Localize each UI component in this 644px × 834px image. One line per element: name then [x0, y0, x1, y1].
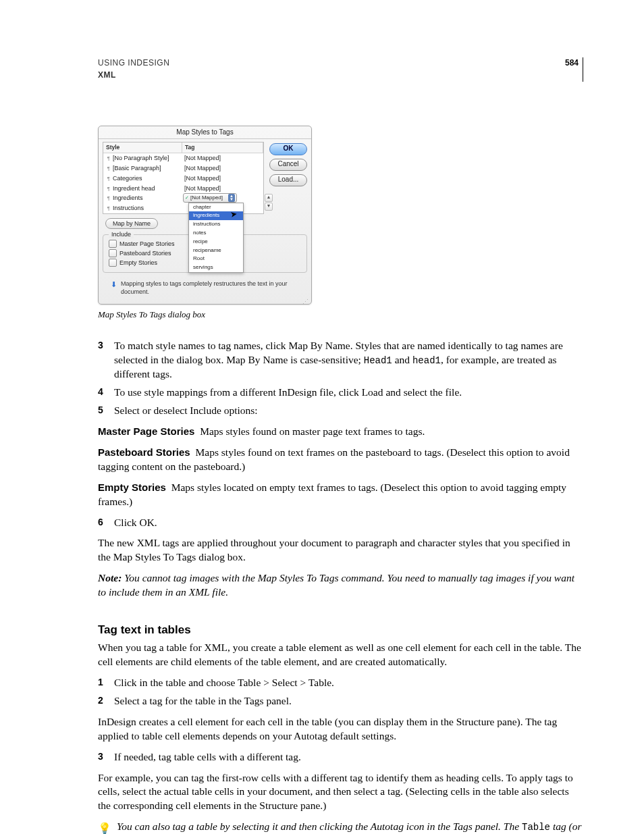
- figure-caption: Map Styles To Tags dialog box: [98, 309, 583, 321]
- style-name: Ingredients: [113, 194, 143, 201]
- page-number: 584: [552, 57, 583, 82]
- step-number: 5: [98, 404, 106, 418]
- note: Note: You cannot tag images with the Map…: [98, 571, 583, 600]
- style-name: Categories: [113, 175, 142, 182]
- def-master-page: Master Page Stories Maps styles found on…: [98, 425, 583, 439]
- dialog-title: Map Styles to Tags: [99, 126, 311, 139]
- body-text: When you tag a table for XML, you create…: [98, 641, 583, 669]
- col-tag: Tag: [182, 142, 263, 153]
- scroll-stepper[interactable]: ▲ ▼: [265, 194, 273, 211]
- step-number: 3: [98, 750, 106, 764]
- body-text: For example, you can tag the first-row c…: [98, 771, 583, 814]
- tag-dropdown[interactable]: ✓[Not Mapped] ▲▼: [183, 193, 237, 203]
- resize-grip-icon[interactable]: ⋰: [99, 300, 311, 304]
- paragraph-icon: ¶: [106, 205, 111, 213]
- include-label: Include: [109, 230, 134, 238]
- step-text: Select a tag for the table in the Tags p…: [114, 694, 583, 708]
- step-number: 2: [98, 694, 106, 708]
- dd-item[interactable]: Root: [189, 255, 243, 263]
- running-head-title: USING INDESIGN: [98, 57, 169, 68]
- body-text: The new XML tags are applied throughout …: [98, 536, 583, 565]
- body-text: InDesign creates a cell element for each…: [98, 715, 583, 744]
- step-text: Click OK.: [114, 516, 583, 530]
- def-empty: Empty Stories Maps styles located on emp…: [98, 481, 583, 509]
- paragraph-icon: ¶: [106, 176, 111, 183]
- cancel-button[interactable]: Cancel: [269, 159, 307, 171]
- step-number: 6: [98, 516, 106, 530]
- tip: 💡 You can also tag a table by selecting …: [98, 820, 583, 834]
- load-button[interactable]: Load...: [269, 174, 307, 186]
- step-text: To match style names to tag names, click…: [114, 339, 583, 382]
- style-name: [No Paragraph Style]: [113, 155, 169, 161]
- lightbulb-icon: 💡: [98, 820, 111, 834]
- paragraph-icon: ¶: [106, 195, 111, 203]
- dd-item[interactable]: servings: [189, 263, 243, 272]
- step-number: 1: [98, 676, 106, 690]
- style-tag-table[interactable]: Style Tag ¶[No Paragraph Style][Not Mapp…: [103, 142, 264, 214]
- map-by-name-button[interactable]: Map by Name: [105, 218, 158, 229]
- style-name: Instructions: [113, 205, 144, 211]
- section-heading: Tag text in tables: [98, 623, 583, 638]
- chevron-up-icon[interactable]: ▲: [265, 194, 273, 202]
- info-icon: ⬇: [111, 280, 117, 290]
- checkbox-icon: [109, 249, 117, 257]
- paragraph-icon: ¶: [106, 186, 111, 193]
- paragraph-icon: ¶: [106, 155, 111, 163]
- step-text: To use style mappings from a different I…: [114, 386, 583, 400]
- stepper-icon: ▲▼: [228, 194, 235, 202]
- step-text: Select or deselect Include options:: [114, 404, 583, 418]
- ok-button[interactable]: OK: [269, 143, 307, 155]
- step-text: If needed, tag table cells with a differ…: [114, 750, 583, 764]
- info-text: Mapping styles to tags completely restru…: [121, 280, 307, 296]
- tag-value[interactable]: [Not Mapped]: [182, 184, 263, 194]
- dd-item[interactable]: recipename: [189, 246, 243, 255]
- step-number: 3: [98, 339, 106, 382]
- style-name: [Basic Paragraph]: [113, 165, 161, 172]
- checkbox-icon: [109, 259, 117, 267]
- dd-item[interactable]: notes: [189, 229, 243, 238]
- dd-item[interactable]: instructions: [189, 220, 243, 229]
- def-pasteboard: Pasteboard Stories Maps styles found on …: [98, 446, 583, 474]
- style-name: Ingredient head: [113, 185, 155, 192]
- tag-value[interactable]: [Not Mapped]: [182, 174, 263, 184]
- chevron-down-icon[interactable]: ▼: [265, 203, 273, 211]
- map-styles-dialog: Map Styles to Tags Style Tag ¶[No Paragr…: [98, 126, 312, 305]
- step-text: Click in the table and choose Table > Se…: [114, 676, 583, 690]
- tag-value[interactable]: [Not Mapped]: [182, 153, 263, 163]
- paragraph-icon: ¶: [106, 165, 111, 173]
- tag-value[interactable]: [Not Mapped]: [182, 163, 263, 174]
- running-head-section: XML: [98, 70, 169, 80]
- step-number: 4: [98, 386, 106, 400]
- col-style: Style: [103, 142, 182, 153]
- dd-item[interactable]: recipe: [189, 238, 243, 246]
- checkbox-icon: [109, 240, 117, 248]
